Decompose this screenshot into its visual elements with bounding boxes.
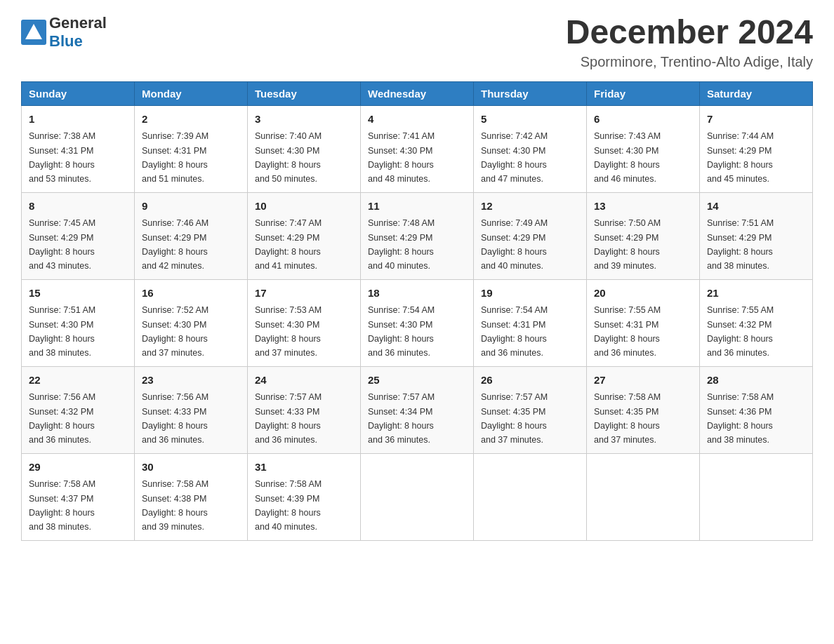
day-info: Sunrise: 7:57 AMSunset: 4:33 PMDaylight:… xyxy=(255,392,322,445)
day-info: Sunrise: 7:58 AMSunset: 4:36 PMDaylight:… xyxy=(707,392,774,445)
day-number: 11 xyxy=(368,199,466,215)
day-number: 27 xyxy=(594,373,692,389)
day-number: 2 xyxy=(142,112,240,128)
day-number: 20 xyxy=(594,286,692,302)
calendar-cell: 17 Sunrise: 7:53 AMSunset: 4:30 PMDaylig… xyxy=(248,279,361,366)
day-info: Sunrise: 7:38 AMSunset: 4:31 PMDaylight:… xyxy=(29,131,95,184)
calendar-cell xyxy=(587,453,700,540)
calendar-cell: 16 Sunrise: 7:52 AMSunset: 4:30 PMDaylig… xyxy=(135,279,248,366)
calendar-cell: 31 Sunrise: 7:58 AMSunset: 4:39 PMDaylig… xyxy=(248,453,361,540)
day-info: Sunrise: 7:53 AMSunset: 4:30 PMDaylight:… xyxy=(255,305,322,358)
day-info: Sunrise: 7:58 AMSunset: 4:39 PMDaylight:… xyxy=(255,479,322,532)
day-number: 23 xyxy=(142,373,240,389)
day-number: 24 xyxy=(255,373,353,389)
day-info: Sunrise: 7:39 AMSunset: 4:31 PMDaylight:… xyxy=(142,131,208,184)
day-info: Sunrise: 7:49 AMSunset: 4:29 PMDaylight:… xyxy=(481,218,548,271)
day-number: 5 xyxy=(481,112,579,128)
calendar-cell: 12 Sunrise: 7:49 AMSunset: 4:29 PMDaylig… xyxy=(474,192,587,279)
day-number: 22 xyxy=(29,373,127,389)
day-info: Sunrise: 7:41 AMSunset: 4:30 PMDaylight:… xyxy=(368,131,435,184)
calendar-cell xyxy=(361,453,474,540)
calendar-cell: 19 Sunrise: 7:54 AMSunset: 4:31 PMDaylig… xyxy=(474,279,587,366)
day-info: Sunrise: 7:50 AMSunset: 4:29 PMDaylight:… xyxy=(594,218,661,271)
calendar-cell: 23 Sunrise: 7:56 AMSunset: 4:33 PMDaylig… xyxy=(135,366,248,453)
day-number: 19 xyxy=(481,286,579,302)
month-title: December 2024 xyxy=(566,14,813,51)
day-info: Sunrise: 7:51 AMSunset: 4:30 PMDaylight:… xyxy=(29,305,95,358)
day-number: 3 xyxy=(255,112,353,128)
day-number: 31 xyxy=(255,459,353,476)
calendar-cell: 8 Sunrise: 7:45 AMSunset: 4:29 PMDayligh… xyxy=(22,192,135,279)
day-info: Sunrise: 7:40 AMSunset: 4:30 PMDaylight:… xyxy=(255,131,322,184)
day-number: 25 xyxy=(368,373,466,389)
header-sunday: Sunday xyxy=(22,81,135,105)
day-info: Sunrise: 7:56 AMSunset: 4:32 PMDaylight:… xyxy=(29,392,95,445)
calendar-cell: 9 Sunrise: 7:46 AMSunset: 4:29 PMDayligh… xyxy=(135,192,248,279)
day-number: 9 xyxy=(142,199,240,215)
header-saturday: Saturday xyxy=(700,81,813,105)
logo-general-text: General xyxy=(49,14,107,32)
day-info: Sunrise: 7:42 AMSunset: 4:30 PMDaylight:… xyxy=(481,131,548,184)
calendar-week-row: 8 Sunrise: 7:45 AMSunset: 4:29 PMDayligh… xyxy=(22,192,813,279)
calendar-week-row: 29 Sunrise: 7:58 AMSunset: 4:37 PMDaylig… xyxy=(22,453,813,540)
header-friday: Friday xyxy=(587,81,700,105)
calendar-week-row: 15 Sunrise: 7:51 AMSunset: 4:30 PMDaylig… xyxy=(22,279,813,366)
day-number: 1 xyxy=(29,112,127,128)
calendar-cell: 13 Sunrise: 7:50 AMSunset: 4:29 PMDaylig… xyxy=(587,192,700,279)
day-number: 28 xyxy=(707,373,805,389)
day-number: 29 xyxy=(29,459,127,476)
day-number: 6 xyxy=(594,112,692,128)
calendar-cell: 25 Sunrise: 7:57 AMSunset: 4:34 PMDaylig… xyxy=(361,366,474,453)
day-info: Sunrise: 7:44 AMSunset: 4:29 PMDaylight:… xyxy=(707,131,774,184)
day-info: Sunrise: 7:48 AMSunset: 4:29 PMDaylight:… xyxy=(368,218,435,271)
logo-blue-text: Blue xyxy=(49,32,107,51)
day-number: 10 xyxy=(255,199,353,215)
day-info: Sunrise: 7:54 AMSunset: 4:31 PMDaylight:… xyxy=(481,305,548,358)
day-number: 14 xyxy=(707,199,805,215)
calendar-cell: 27 Sunrise: 7:58 AMSunset: 4:35 PMDaylig… xyxy=(587,366,700,453)
calendar-cell: 15 Sunrise: 7:51 AMSunset: 4:30 PMDaylig… xyxy=(22,279,135,366)
location-subtitle: Sporminore, Trentino-Alto Adige, Italy xyxy=(566,54,813,70)
day-number: 18 xyxy=(368,286,466,302)
day-number: 8 xyxy=(29,199,127,215)
calendar-cell: 14 Sunrise: 7:51 AMSunset: 4:29 PMDaylig… xyxy=(700,192,813,279)
day-number: 4 xyxy=(368,112,466,128)
header-tuesday: Tuesday xyxy=(248,81,361,105)
day-number: 16 xyxy=(142,286,240,302)
day-info: Sunrise: 7:55 AMSunset: 4:31 PMDaylight:… xyxy=(594,305,661,358)
calendar-cell: 18 Sunrise: 7:54 AMSunset: 4:30 PMDaylig… xyxy=(361,279,474,366)
day-number: 17 xyxy=(255,286,353,302)
calendar-cell: 2 Sunrise: 7:39 AMSunset: 4:31 PMDayligh… xyxy=(135,105,248,192)
page-header: General Blue December 2024 Sporminore, T… xyxy=(21,14,813,70)
day-info: Sunrise: 7:55 AMSunset: 4:32 PMDaylight:… xyxy=(707,305,774,358)
header-wednesday: Wednesday xyxy=(361,81,474,105)
calendar-cell: 1 Sunrise: 7:38 AMSunset: 4:31 PMDayligh… xyxy=(22,105,135,192)
logo-icon xyxy=(21,20,46,45)
day-number: 26 xyxy=(481,373,579,389)
calendar-cell xyxy=(474,453,587,540)
calendar-cell: 28 Sunrise: 7:58 AMSunset: 4:36 PMDaylig… xyxy=(700,366,813,453)
calendar-cell: 5 Sunrise: 7:42 AMSunset: 4:30 PMDayligh… xyxy=(474,105,587,192)
calendar-table: SundayMondayTuesdayWednesdayThursdayFrid… xyxy=(21,81,813,541)
calendar-cell: 30 Sunrise: 7:58 AMSunset: 4:38 PMDaylig… xyxy=(135,453,248,540)
title-section: December 2024 Sporminore, Trentino-Alto … xyxy=(566,14,813,70)
calendar-cell: 11 Sunrise: 7:48 AMSunset: 4:29 PMDaylig… xyxy=(361,192,474,279)
day-info: Sunrise: 7:45 AMSunset: 4:29 PMDaylight:… xyxy=(29,218,95,271)
day-info: Sunrise: 7:58 AMSunset: 4:38 PMDaylight:… xyxy=(142,479,208,532)
calendar-cell: 3 Sunrise: 7:40 AMSunset: 4:30 PMDayligh… xyxy=(248,105,361,192)
calendar-cell: 22 Sunrise: 7:56 AMSunset: 4:32 PMDaylig… xyxy=(22,366,135,453)
day-info: Sunrise: 7:58 AMSunset: 4:35 PMDaylight:… xyxy=(594,392,661,445)
day-number: 7 xyxy=(707,112,805,128)
calendar-cell: 7 Sunrise: 7:44 AMSunset: 4:29 PMDayligh… xyxy=(700,105,813,192)
calendar-week-row: 1 Sunrise: 7:38 AMSunset: 4:31 PMDayligh… xyxy=(22,105,813,192)
day-number: 13 xyxy=(594,199,692,215)
calendar-cell: 4 Sunrise: 7:41 AMSunset: 4:30 PMDayligh… xyxy=(361,105,474,192)
day-number: 21 xyxy=(707,286,805,302)
day-info: Sunrise: 7:52 AMSunset: 4:30 PMDaylight:… xyxy=(142,305,208,358)
calendar-week-row: 22 Sunrise: 7:56 AMSunset: 4:32 PMDaylig… xyxy=(22,366,813,453)
header-monday: Monday xyxy=(135,81,248,105)
calendar-cell xyxy=(700,453,813,540)
day-number: 15 xyxy=(29,286,127,302)
day-info: Sunrise: 7:47 AMSunset: 4:29 PMDaylight:… xyxy=(255,218,322,271)
calendar-cell: 26 Sunrise: 7:57 AMSunset: 4:35 PMDaylig… xyxy=(474,366,587,453)
